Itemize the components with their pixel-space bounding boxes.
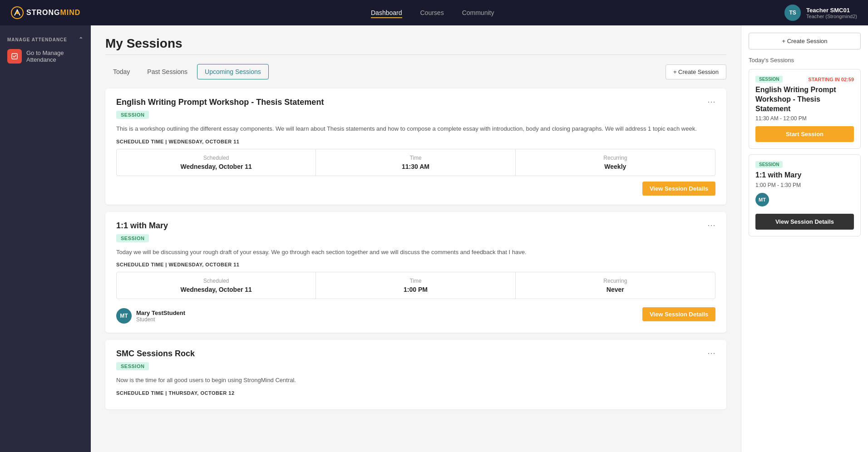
- student-role-1: Student: [136, 316, 185, 323]
- logo-text: STRONGMIND: [26, 9, 80, 17]
- session-student-row-1: MT Mary TestStudent Student: [116, 308, 185, 324]
- session-menu-dots-1[interactable]: ⋯: [707, 221, 715, 229]
- session-card-1: 1:1 with Mary ⋯ SESSION Today we will be…: [105, 212, 726, 333]
- scheduled-value-1: Wednesday, October 11: [124, 286, 308, 293]
- session-title-0: English Writing Prompt Workshop - Thesis…: [116, 98, 324, 107]
- user-info: Teacher SMC01 Teacher (Strongmind2): [806, 7, 857, 19]
- right-session-timer-0: STARTING IN 02:59: [808, 77, 854, 82]
- todays-sessions-title: Today's Sessions: [749, 57, 861, 64]
- right-session-badge-0: SESSION: [755, 76, 783, 83]
- session-menu-dots-2[interactable]: ⋯: [707, 349, 715, 357]
- view-session-details-button-1[interactable]: View Session Details: [642, 307, 715, 321]
- attendance-icon: [7, 49, 22, 64]
- session-title-2: SMC Sessions Rock: [116, 349, 195, 359]
- right-session-card-1: SESSION 1:1 with Mary 1:00 PM - 1:30 PM …: [749, 154, 861, 236]
- time-label-cell-0: Time: [323, 155, 508, 161]
- session-info-recurring-1: Recurring Never: [516, 272, 715, 299]
- tab-upcoming-sessions[interactable]: Upcoming Sessions: [197, 64, 269, 79]
- nav-community[interactable]: Community: [462, 7, 494, 18]
- session-info-scheduled-1: Scheduled Wednesday, October 11: [117, 272, 316, 299]
- right-session-time-1: 1:00 PM - 1:30 PM: [755, 182, 854, 188]
- right-session-badge-1: SESSION: [755, 161, 783, 168]
- tabs-row: Today Past Sessions Upcoming Sessions + …: [105, 64, 726, 79]
- logo: STRONGMIND: [11, 6, 80, 19]
- right-session-title-0: English Writing Prompt Workshop - Thesis…: [755, 85, 854, 113]
- session-footer-0: View Session Details: [116, 182, 715, 196]
- tab-past-sessions[interactable]: Past Sessions: [139, 64, 195, 79]
- page-title: My Sessions: [105, 36, 726, 51]
- sidebar-item-label: Go to Manage Attendance: [26, 49, 84, 63]
- nav-dashboard[interactable]: Dashboard: [371, 7, 402, 18]
- recurring-label-cell-0: Recurring: [523, 155, 708, 161]
- view-session-details-right-button-1[interactable]: View Session Details: [755, 214, 854, 230]
- recurring-value-0: Weekly: [523, 163, 708, 170]
- time-value-1: 1:00 PM: [323, 286, 508, 293]
- right-session-header-0: SESSION STARTING IN 02:59: [755, 76, 854, 83]
- session-badge-2: SESSION: [116, 362, 149, 370]
- session-card-0: English Writing Prompt Workshop - Thesis…: [105, 88, 726, 205]
- session-info-scheduled-0: Scheduled Wednesday, October 11: [117, 149, 316, 176]
- sidebar-item-manage-attendance[interactable]: Go to Manage Attendance: [0, 44, 91, 68]
- session-info-row-0: Scheduled Wednesday, October 11 Time 11:…: [116, 149, 715, 176]
- time-label-cell-1: Time: [323, 278, 508, 284]
- top-navigation: STRONGMIND Dashboard Courses Community T…: [0, 0, 868, 25]
- create-session-main-button[interactable]: + Create Session: [749, 33, 861, 49]
- recurring-label-cell-1: Recurring: [523, 278, 708, 284]
- right-session-title-1: 1:1 with Mary: [755, 171, 854, 180]
- tab-today[interactable]: Today: [105, 64, 138, 79]
- right-panel: + Create Session Today's Sessions SESSIO…: [741, 25, 868, 452]
- sidebar-section-manage-attendance: MANAGE ATTENDANCE ⌃: [0, 33, 91, 44]
- session-title-1: 1:1 with Mary: [116, 221, 168, 231]
- student-info-1: Mary TestStudent Student: [136, 310, 185, 323]
- sidebar: MANAGE ATTENDANCE ⌃ Go to Manage Attenda…: [0, 25, 91, 452]
- right-session-header-1: SESSION: [755, 161, 854, 168]
- session-card-header-2: SMC Sessions Rock ⋯: [116, 349, 715, 359]
- create-session-inline-button[interactable]: + Create Session: [666, 64, 726, 79]
- page-divider: [105, 54, 726, 55]
- main-layout: MANAGE ATTENDANCE ⌃ Go to Manage Attenda…: [0, 25, 868, 452]
- session-menu-dots-0[interactable]: ⋯: [707, 98, 715, 106]
- session-description-1: Today we will be discussing your rough d…: [116, 248, 715, 257]
- student-name-1: Mary TestStudent: [136, 310, 185, 316]
- session-card-header-1: 1:1 with Mary ⋯: [116, 221, 715, 231]
- session-card-2: SMC Sessions Rock ⋯ SESSION Now is the t…: [105, 340, 726, 409]
- time-value-0: 11:30 AM: [323, 163, 508, 170]
- session-info-row-1: Scheduled Wednesday, October 11 Time 1:0…: [116, 272, 715, 299]
- session-info-recurring-0: Recurring Weekly: [516, 149, 715, 176]
- right-student-avatar-1: MT: [755, 193, 769, 206]
- session-badge-1: SESSION: [116, 234, 149, 242]
- session-student-footer-1: MT Mary TestStudent Student View Session…: [116, 305, 715, 324]
- scheduled-label-cell-1: Scheduled: [124, 278, 308, 284]
- chevron-up-icon: ⌃: [79, 36, 84, 43]
- right-session-time-0: 11:30 AM - 12:00 PM: [755, 115, 854, 122]
- user-name: Teacher SMC01: [806, 7, 857, 14]
- start-session-button-0[interactable]: Start Session: [755, 126, 854, 142]
- scheduled-label-cell-0: Scheduled: [124, 155, 308, 161]
- logo-icon: [11, 6, 24, 19]
- scheduled-value-0: Wednesday, October 11: [124, 163, 308, 170]
- svg-point-1: [16, 11, 19, 14]
- nav-courses[interactable]: Courses: [420, 7, 444, 18]
- main-content: My Sessions Today Past Sessions Upcoming…: [91, 25, 741, 452]
- recurring-value-1: Never: [523, 286, 708, 293]
- session-description-0: This is a workshop outlining the differe…: [116, 124, 715, 133]
- session-scheduled-label-0: SCHEDULED TIME | WEDNESDAY, OCTOBER 11: [116, 139, 715, 144]
- user-avatar: TS: [784, 5, 801, 21]
- session-scheduled-label-2: SCHEDULED TIME | THURSDAY, OCTOBER 12: [116, 390, 715, 396]
- session-card-header-0: English Writing Prompt Workshop - Thesis…: [116, 98, 715, 107]
- session-description-2: Now is the time for all good users to be…: [116, 376, 715, 385]
- nav-right: TS Teacher SMC01 Teacher (Strongmind2): [784, 5, 857, 21]
- session-badge-0: SESSION: [116, 111, 149, 119]
- right-session-card-0: SESSION STARTING IN 02:59 English Writin…: [749, 69, 861, 149]
- nav-center: Dashboard Courses Community: [80, 7, 784, 18]
- session-scheduled-label-1: SCHEDULED TIME | WEDNESDAY, OCTOBER 11: [116, 262, 715, 267]
- session-info-time-1: Time 1:00 PM: [316, 272, 515, 299]
- user-role: Teacher (Strongmind2): [806, 14, 857, 19]
- view-session-details-button-0[interactable]: View Session Details: [642, 182, 715, 196]
- student-avatar-1: MT: [116, 308, 132, 324]
- session-info-time-0: Time 11:30 AM: [316, 149, 515, 176]
